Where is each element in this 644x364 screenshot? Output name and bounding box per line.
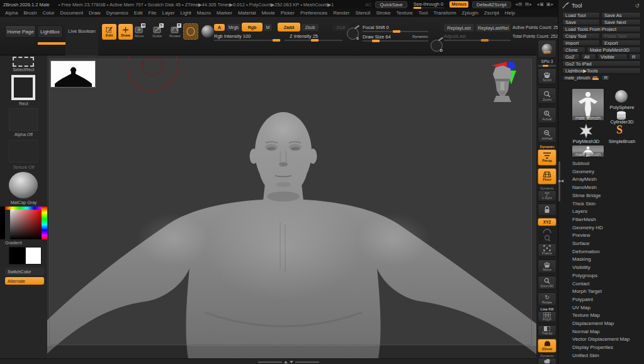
- subpalette-header[interactable]: Normal Map: [572, 328, 641, 336]
- hue-bar-top[interactable]: [5, 207, 42, 210]
- bpr-render-button[interactable]: BPR: [538, 40, 556, 58]
- zoom-3d-button[interactable]: Zoom3D: [538, 276, 556, 290]
- camera-toggle-b-icon[interactable]: [541, 235, 553, 241]
- frame-button[interactable]: Frame: [538, 243, 556, 257]
- save-as-button[interactable]: Save As: [601, 12, 641, 18]
- subpalette-header[interactable]: UV Map: [572, 304, 641, 312]
- scroll-button[interactable]: Scroll: [538, 68, 556, 84]
- dynamic-draw-size-label[interactable]: Dynamic: [412, 35, 428, 38]
- camera-head-preview[interactable]: [493, 65, 512, 102]
- load-tools-from-project-button[interactable]: Load Tools From Project: [562, 26, 641, 32]
- subpalette-header[interactable]: Subtool: [572, 160, 641, 168]
- menu-item[interactable]: Light: [180, 10, 191, 16]
- replay-last-rel-button[interactable]: ReplayLastRel: [476, 24, 511, 31]
- stroke-type-button[interactable]: [13, 57, 34, 67]
- subpalette-header[interactable]: Displacement Map: [572, 320, 641, 328]
- subpalette-header[interactable]: Preview: [572, 232, 641, 240]
- live-boolean-toggle[interactable]: Live Boolean: [68, 28, 95, 55]
- current-brush-button[interactable]: [183, 23, 198, 40]
- menus-button[interactable]: Menus: [449, 1, 468, 8]
- menu-item[interactable]: Preferences: [300, 10, 327, 16]
- subpalette-header[interactable]: FiberMesh: [572, 216, 641, 224]
- move-button[interactable]: M Move: [135, 25, 144, 38]
- draw-size-handle[interactable]: [372, 40, 380, 42]
- subpalette-header[interactable]: Vector Displacement Map: [572, 336, 641, 344]
- goz-all-button[interactable]: All: [581, 54, 596, 60]
- menu-item[interactable]: Transform: [433, 10, 456, 16]
- subpalette-header[interactable]: ArrayMesh: [572, 176, 641, 184]
- seethrough-slider[interactable]: See-through 0: [412, 1, 445, 8]
- menu-item[interactable]: Tool: [419, 10, 428, 16]
- subpalette-header[interactable]: Morph Target: [572, 288, 641, 296]
- stroke-curve-knob[interactable]: S: [347, 28, 359, 40]
- subpalette-header[interactable]: Masking: [572, 256, 641, 264]
- goz-r-button[interactable]: R: [629, 54, 641, 60]
- focal-shift-slider[interactable]: Focal Shift 0: [363, 25, 428, 32]
- load-tool-button[interactable]: Load Tool: [562, 12, 600, 18]
- menu-item[interactable]: Draw: [89, 10, 101, 16]
- subpalette-header[interactable]: Geometry HD: [572, 224, 641, 232]
- simplebrush-label[interactable]: SimpleBrush: [602, 139, 641, 144]
- document-thumbnail[interactable]: [50, 60, 96, 88]
- rotate-button[interactable]: R Rotate: [169, 25, 181, 38]
- m-toggle[interactable]: M: [264, 24, 272, 31]
- focal-shift-handle[interactable]: [393, 30, 400, 33]
- alpha-off-button[interactable]: [9, 108, 38, 131]
- color-a-chip[interactable]: A: [214, 24, 225, 31]
- menu-item[interactable]: Zplugin: [462, 10, 478, 16]
- previous-tool-thumbnail[interactable]: male_zbrush: [572, 145, 604, 157]
- tool-slider-r-button[interactable]: R: [601, 75, 610, 81]
- menu-item[interactable]: Stroke: [376, 10, 390, 16]
- z-intensity-slider[interactable]: Z Intensity 25: [285, 33, 342, 41]
- z-intensity-handle[interactable]: [311, 39, 319, 42]
- alpha-shape-button[interactable]: [11, 75, 35, 100]
- lightbox-button[interactable]: LightBox: [37, 25, 63, 38]
- switch-color-button[interactable]: SwitchColor: [5, 268, 44, 275]
- floor-button[interactable]: Floor: [538, 168, 556, 185]
- ghost-transparency-button[interactable]: Ghost: [538, 339, 556, 353]
- palette-restore-icon[interactable]: ↺: [635, 3, 640, 9]
- export-button[interactable]: Export: [601, 40, 641, 46]
- document-canvas[interactable]: [47, 55, 536, 358]
- transparency-button[interactable]: Transp: [538, 325, 556, 336]
- draw-button[interactable]: Draw: [118, 24, 133, 40]
- subpalette-header[interactable]: Deformation: [572, 248, 641, 256]
- draw-size-slider[interactable]: Draw Size 64 Dynamic: [363, 34, 428, 42]
- sculpt-viewport[interactable]: [47, 55, 536, 358]
- color-picker[interactable]: [0, 207, 47, 239]
- cylinder3d-tool[interactable]: [615, 111, 628, 120]
- persp-button[interactable]: Persp: [538, 149, 556, 166]
- camera-toggle-a-icon[interactable]: [541, 228, 553, 234]
- tool-index-slider[interactable]: male_zbrush. 49: [562, 75, 600, 81]
- zscript-history-icons[interactable]: ◂▤ ▤▸: [516, 2, 533, 7]
- menu-item[interactable]: Document: [60, 10, 83, 16]
- menu-item[interactable]: Layer: [162, 10, 174, 16]
- saturation-value-area[interactable]: [10, 207, 42, 239]
- adjust-last-handle[interactable]: [481, 39, 489, 42]
- import-button[interactable]: Import: [562, 40, 600, 46]
- aahalf-button[interactable]: AAHalf: [538, 127, 556, 143]
- panel-divider-arrows[interactable]: ▶◀: [558, 178, 563, 183]
- menu-item[interactable]: Stencil: [355, 10, 370, 16]
- zcut-toggle[interactable]: Zcut: [332, 24, 349, 31]
- menu-item[interactable]: Picker: [281, 10, 295, 16]
- subpalette-header[interactable]: Layers: [572, 208, 641, 216]
- goz-button[interactable]: GoZ: [562, 54, 580, 60]
- default-zscript-button[interactable]: DefaultZScript: [472, 1, 511, 8]
- current-tool-thumbnail[interactable]: male_zbrush: [572, 88, 604, 121]
- adjust-last-slider[interactable]: AdjustLast: [444, 33, 511, 41]
- scale-button[interactable]: S Scale: [152, 25, 162, 38]
- save-next-button[interactable]: Save Next: [601, 19, 641, 25]
- subpalette-header[interactable]: Texture Map: [572, 312, 641, 320]
- home-page-button[interactable]: Home Page: [5, 25, 36, 38]
- menu-item[interactable]: Marker: [217, 10, 232, 16]
- menu-item[interactable]: Zscript: [484, 10, 499, 16]
- quicksave-button[interactable]: QuickSave: [375, 1, 407, 8]
- menu-item[interactable]: Brush: [23, 10, 37, 16]
- zoom-button[interactable]: Zoom: [538, 88, 556, 104]
- zadd-toggle[interactable]: Zadd: [278, 23, 300, 31]
- goz-to-ipad-button[interactable]: GoZ To iPad: [562, 60, 641, 67]
- spix-slider[interactable]: [538, 65, 556, 67]
- subpalette-header[interactable]: Polygroups: [572, 272, 641, 280]
- menu-item[interactable]: File: [149, 10, 157, 16]
